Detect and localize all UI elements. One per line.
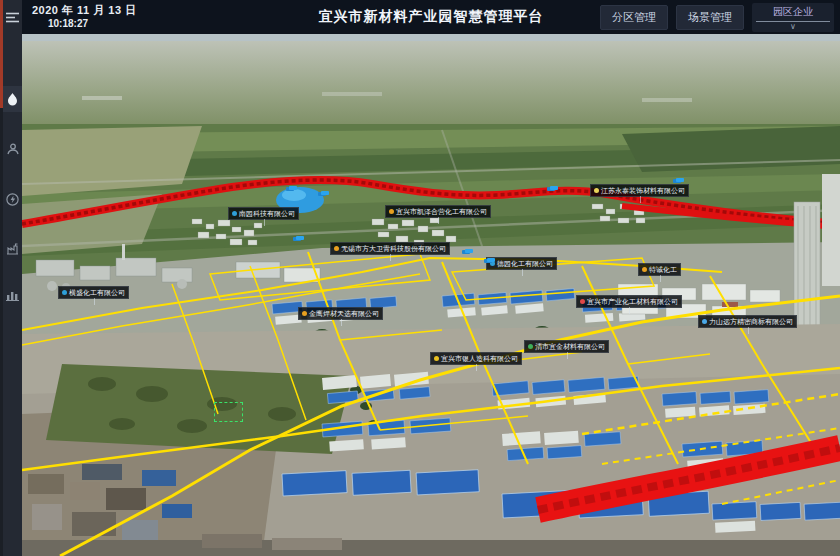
company-logo-icon	[389, 209, 394, 214]
company-label[interactable]: 金鹰焊材天选有限公司	[298, 307, 383, 320]
chevron-down-icon: ∨	[756, 22, 830, 31]
company-logo-icon	[302, 311, 307, 316]
truck-icon[interactable]	[296, 236, 304, 240]
sidebar-item-fire[interactable]	[3, 86, 22, 112]
company-label-text: 特诚化工	[649, 265, 677, 274]
company-label-text: 横盛化工有限公司	[69, 288, 125, 297]
park-enterprise-select-label: 园区企业	[756, 5, 830, 22]
company-label-text: 宜兴市产业化工材料有限公司	[587, 297, 678, 306]
company-logo-icon	[334, 246, 339, 251]
factory-icon	[6, 243, 19, 255]
company-label[interactable]: 无锡市方大卫青科技股份有限公司	[330, 242, 450, 255]
company-label-text: 南园科技有限公司	[239, 209, 295, 218]
company-label[interactable]: 特诚化工	[638, 263, 681, 276]
truck-icon[interactable]	[487, 258, 495, 262]
company-label[interactable]: 力山远方精密商标有限公司	[698, 315, 797, 328]
menu-icon	[6, 12, 19, 23]
company-label[interactable]: 宜兴市银人造科有限公司	[430, 352, 522, 365]
truck-icon[interactable]	[465, 249, 473, 253]
truck-icon[interactable]	[550, 186, 558, 190]
company-logo-icon	[702, 319, 707, 324]
company-logo-icon	[232, 211, 237, 216]
left-sidebar	[0, 0, 22, 556]
company-label-text: 德园化工有限公司	[497, 259, 553, 268]
truck-icon[interactable]	[321, 191, 329, 195]
sidebar-item-energy[interactable]	[3, 186, 22, 212]
company-label[interactable]: 德园化工有限公司	[486, 257, 557, 270]
company-label-text: 无锡市方大卫青科技股份有限公司	[341, 244, 446, 253]
current-date: 2020 年 11 月 13 日	[32, 4, 137, 18]
company-logo-icon	[62, 290, 67, 295]
map-scene	[22, 34, 840, 556]
sidebar-accent-strip-lower	[0, 108, 3, 556]
company-logo-icon	[434, 356, 439, 361]
scene-management-button[interactable]: 场景管理	[676, 5, 744, 30]
company-logo-icon	[580, 299, 585, 304]
truck-icon[interactable]	[289, 186, 297, 190]
flame-icon	[7, 93, 18, 106]
zone-management-button[interactable]: 分区管理	[600, 5, 668, 30]
current-time: 10:18:27	[48, 18, 137, 31]
company-label-text: 金鹰焊材天选有限公司	[309, 309, 379, 318]
truck-icon[interactable]	[676, 178, 684, 182]
company-label[interactable]: 宜兴市凯泽合营化工有限公司	[385, 205, 491, 218]
company-logo-icon	[642, 267, 647, 272]
company-label-text: 宜兴市银人造科有限公司	[441, 354, 518, 363]
topbar-actions: 分区管理 场景管理 园区企业 ∨	[600, 0, 834, 34]
bar-chart-icon	[6, 289, 19, 301]
company-label[interactable]: 清市宜金材料有限公司	[524, 340, 609, 353]
company-label-text: 宜兴市凯泽合营化工有限公司	[396, 207, 487, 216]
company-label-text: 江苏永泰装饰材料有限公司	[601, 186, 685, 195]
company-label[interactable]: 南园科技有限公司	[228, 207, 299, 220]
sidebar-item-enterprise[interactable]	[3, 236, 22, 262]
sidebar-item-menu[interactable]	[3, 4, 22, 30]
company-label[interactable]: 宜兴市产业化工材料有限公司	[576, 295, 682, 308]
company-logo-icon	[528, 344, 533, 349]
company-label[interactable]: 江苏永泰装饰材料有限公司	[590, 184, 689, 197]
sidebar-item-personnel[interactable]	[3, 136, 22, 162]
person-icon	[7, 143, 19, 155]
datetime-block: 2020 年 11 月 13 日 10:18:27	[32, 4, 137, 30]
park-enterprise-select[interactable]: 园区企业 ∨	[752, 3, 834, 32]
company-label-text: 力山远方精密商标有限公司	[709, 317, 793, 326]
company-label[interactable]: 横盛化工有限公司	[58, 286, 129, 299]
top-bar: 2020 年 11 月 13 日 10:18:27 宜兴市新材料产业园智慧管理平…	[22, 0, 840, 34]
map-3d-viewport[interactable]	[22, 34, 840, 556]
company-logo-icon	[594, 188, 599, 193]
power-icon	[6, 193, 19, 206]
company-label-text: 清市宜金材料有限公司	[535, 342, 605, 351]
sidebar-item-statistics[interactable]	[3, 282, 22, 308]
